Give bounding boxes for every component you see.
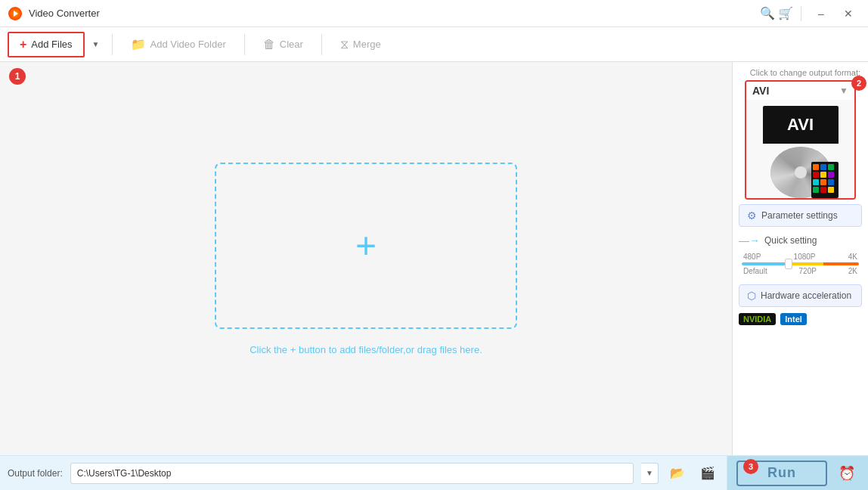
film-row-3 — [813, 179, 837, 185]
settings-icon: ⚙ — [747, 209, 757, 222]
gpu-section: NVIDIA Intel — [733, 310, 868, 330]
quality-label-720p: 720P — [799, 267, 817, 275]
film-cell — [820, 164, 826, 170]
toolbar-separator-3 — [321, 34, 322, 55]
folder-icon: 📁 — [131, 37, 146, 51]
film-cell — [820, 172, 826, 178]
quality-slider-track[interactable] — [742, 262, 859, 265]
search-icon[interactable]: 🔍 — [760, 6, 775, 20]
film-cell — [820, 187, 826, 193]
quick-setting-header: —→ Quick setting — [739, 234, 862, 247]
film-cell — [813, 164, 819, 170]
nvidia-badge[interactable]: NVIDIA — [739, 313, 776, 325]
drop-zone-container: 1 + Click the + button to add files/fold… — [0, 62, 732, 455]
film-cell — [828, 172, 834, 178]
quick-setting-label: Quick setting — [764, 235, 817, 246]
minimize-button[interactable]: – — [809, 3, 833, 24]
format-preview: AVI — [746, 100, 854, 198]
quality-slider-thumb[interactable] — [785, 259, 792, 269]
film-row-4 — [813, 187, 837, 193]
drop-hint-link: + — [290, 344, 296, 355]
toolbar: + Add Files ▼ 📁 Add Video Folder 🗑 Clear… — [0, 27, 868, 62]
film-row-2 — [813, 172, 837, 178]
parameter-settings-section: ⚙ Parameter settings — [733, 200, 868, 231]
format-selector[interactable]: AVI ▼ AVI — [745, 80, 856, 200]
quality-labels-bottom: Default 720P 2K — [742, 267, 859, 275]
browse-folder-button[interactable]: 📂 — [666, 463, 689, 484]
parameter-settings-label: Parameter settings — [761, 210, 838, 221]
hardware-icon: ⬡ — [747, 290, 756, 302]
avi-icon: AVI — [763, 106, 839, 193]
film-cell — [813, 172, 819, 178]
clear-button[interactable]: 🗑 Clear — [253, 33, 314, 56]
clear-icon: 🗑 — [263, 38, 275, 51]
drop-hint-suffix: button to add files/folder,or drag files… — [299, 344, 482, 355]
add-folder-button[interactable]: 📁 Add Video Folder — [120, 33, 237, 56]
merge-icon: ⧖ — [340, 38, 349, 51]
output-path-input[interactable] — [70, 463, 634, 484]
add-files-button[interactable]: + Add Files — [8, 32, 85, 57]
badge-2: 2 — [851, 76, 866, 91]
format-selector-wrapper: 2 AVI ▼ AVI — [739, 80, 862, 200]
app-logo — [8, 6, 23, 21]
format-name: AVI — [752, 85, 769, 97]
bottom-bar: Output folder: ▼ 📂 🎬 3 Run ⏰ — [0, 455, 868, 490]
toolbar-separator-2 — [244, 34, 245, 55]
film-cell — [828, 187, 834, 193]
run-area: 3 Run ⏰ — [727, 456, 868, 490]
quality-label-2k: 2K — [848, 267, 857, 275]
close-button[interactable]: ✕ — [836, 3, 860, 24]
output-path-dropdown[interactable]: ▼ — [641, 463, 659, 484]
intel-badge[interactable]: Intel — [780, 313, 807, 325]
add-files-dropdown[interactable]: ▼ — [88, 32, 104, 57]
hardware-acceleration-section: ⬡ Hardware acceleration — [733, 281, 868, 310]
intel-label: Intel — [785, 315, 802, 324]
film-cell — [813, 187, 819, 193]
film-cell — [828, 164, 834, 170]
clear-label: Clear — [280, 39, 303, 50]
badge-3: 3 — [743, 459, 758, 474]
film-strip — [811, 162, 839, 198]
drop-zone-plus-icon: + — [355, 228, 377, 264]
output-folder-label: Output folder: — [8, 468, 63, 479]
avi-label-box: AVI — [763, 106, 839, 144]
merge-button[interactable]: ⧖ Merge — [330, 33, 392, 56]
quick-setting-icon: —→ — [739, 234, 760, 247]
quality-label-default: Default — [743, 267, 767, 275]
output-format-label: Click to change output format: — [733, 62, 868, 80]
badge-1: 1 — [9, 68, 26, 85]
quality-label-4k: 4K — [848, 253, 857, 261]
alarm-button[interactable]: ⏰ — [835, 461, 859, 485]
drop-zone[interactable]: + — [215, 163, 517, 329]
divider — [801, 6, 801, 21]
plus-icon: + — [20, 38, 26, 51]
preview-button[interactable]: 🎬 — [696, 463, 719, 484]
merge-label: Merge — [353, 39, 381, 50]
quality-slider-container: 480P 1080P 4K Default 720P 2K — [739, 253, 862, 275]
right-panel: Click to change output format: 2 AVI ▼ A… — [732, 62, 868, 455]
format-header[interactable]: AVI ▼ — [746, 82, 854, 100]
film-cell — [820, 179, 826, 185]
hardware-acceleration-button[interactable]: ⬡ Hardware acceleration — [739, 284, 862, 307]
quality-label-1080p: 1080P — [794, 253, 816, 261]
main-area: 1 + Click the + button to add files/fold… — [0, 62, 868, 455]
format-dropdown-arrow: ▼ — [839, 85, 848, 96]
avi-text: AVI — [787, 115, 814, 135]
film-row-1 — [813, 164, 837, 170]
title-bar-right: 🔍 🛒 – ✕ — [760, 3, 860, 24]
drop-hint: Click the + button to add files/folder,o… — [250, 344, 482, 355]
disc-hole — [795, 166, 807, 178]
quality-labels-top: 480P 1080P 4K — [742, 253, 859, 261]
toolbar-separator — [112, 34, 113, 55]
add-files-label: Add Files — [31, 39, 72, 50]
quick-setting-section: —→ Quick setting 480P 1080P 4K Default 7… — [733, 231, 868, 281]
app-title: Video Converter — [29, 8, 100, 19]
nvidia-label: NVIDIA — [743, 315, 771, 324]
avi-bottom — [763, 147, 839, 198]
title-bar-left: Video Converter — [8, 6, 100, 21]
title-bar: Video Converter 🔍 🛒 – ✕ — [0, 0, 868, 27]
parameter-settings-button[interactable]: ⚙ Parameter settings — [739, 204, 862, 227]
cart-icon[interactable]: 🛒 — [778, 6, 793, 20]
drop-hint-text: Click the — [250, 344, 287, 355]
film-cell — [813, 179, 819, 185]
